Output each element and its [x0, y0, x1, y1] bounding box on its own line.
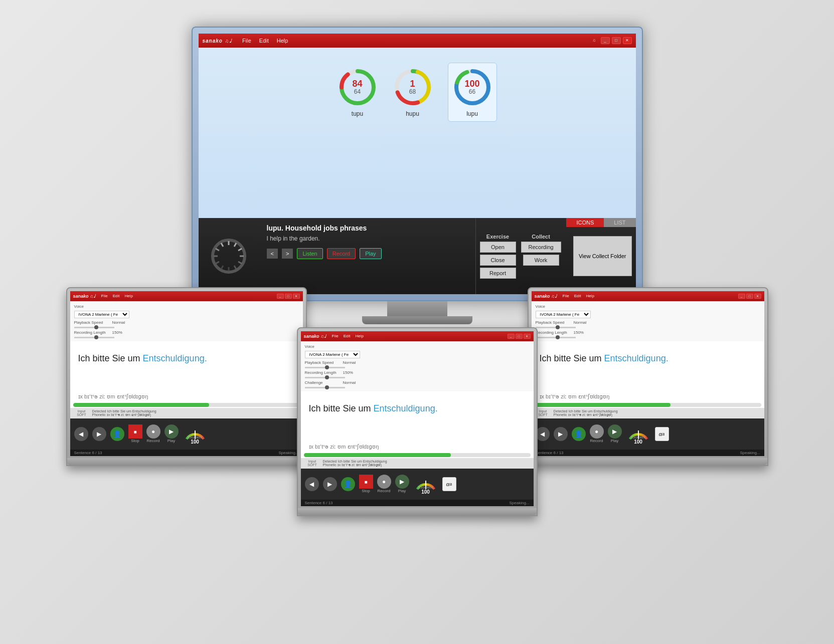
lt-center-speed-row: Playback Speed Normal — [305, 360, 530, 365]
lt-left-stop-button[interactable]: ■ — [128, 424, 142, 439]
lt-center-detected-row: Input SOFT Detected Ich bitte Sie um Ent… — [301, 458, 534, 469]
lt-center-rec-slider[interactable] — [305, 377, 345, 378]
lt-center-main-text: Ich bitte Sie um Entschuldigung. — [301, 391, 534, 442]
tab-list[interactable]: LIST — [604, 218, 635, 227]
prev-button[interactable]: < — [267, 249, 278, 259]
lt-left-rec-row: Recording Length 150% — [74, 330, 299, 335]
lt-left-menu-help[interactable]: Help — [124, 294, 132, 298]
laptop-right: sanako ♫♩ File Edit Help _ □ ✕ Voice — [528, 287, 768, 466]
lt-center-record-button[interactable]: ● — [377, 475, 391, 489]
lt-center-speed-label: Playback Speed — [305, 360, 340, 365]
next-button[interactable]: > — [282, 249, 293, 259]
lt-right-progress — [535, 403, 761, 407]
lt-center-challenge-row: Challenge Normal — [305, 380, 530, 385]
lt-right-close[interactable]: ✕ — [754, 294, 761, 299]
record-button[interactable]: Record — [327, 248, 356, 259]
lt-left-prev-button[interactable]: ◀ — [74, 427, 88, 441]
lt-right-speed-value: Normal — [574, 320, 587, 325]
lt-right-maximize[interactable]: □ — [746, 294, 753, 299]
recording-button[interactable]: Recording — [521, 242, 561, 253]
view-collect-folder-button[interactable]: View Collect Folder — [573, 236, 632, 276]
lt-center-challenge-slider[interactable] — [305, 387, 345, 388]
lt-right-phonetic-text: ɪx bɪˈtˢə ziː ʊm ɛntˢʃʊldɪɡʊŋ — [540, 393, 610, 400]
lt-right-record-button[interactable]: ● — [590, 424, 604, 439]
lt-center-person-button[interactable]: 👤 — [341, 477, 355, 491]
score-label-hupu: hupu — [406, 110, 419, 117]
lt-right-next-button[interactable]: ▶ — [554, 427, 568, 441]
lt-right-sentence: Sentence 6 / 13 — [536, 451, 564, 455]
score-top-lupu: 100 — [464, 79, 479, 89]
lt-center-dict-icon[interactable]: αa — [442, 477, 456, 491]
laptop-center-screen: sanako ♫♩ File Edit Help _ □ ✕ Voice — [301, 331, 534, 506]
lt-right-soft-label: SOFT — [538, 413, 548, 416]
close-button[interactable]: ✕ — [623, 37, 632, 44]
lt-right-person-button[interactable]: 👤 — [572, 427, 586, 441]
lt-center-menu-help[interactable]: Help — [355, 334, 363, 338]
lt-center-record-col: ● Record — [377, 475, 391, 493]
play-button[interactable]: Play — [360, 248, 381, 259]
lt-left-maximize[interactable]: □ — [285, 294, 292, 299]
lt-right-speed-slider[interactable] — [536, 327, 576, 328]
lt-right-controls: _ □ ✕ — [738, 294, 761, 299]
lt-center-next-button[interactable]: ▶ — [323, 477, 337, 491]
lt-center-speed-slider[interactable] — [305, 367, 345, 368]
report-button[interactable]: Report — [480, 268, 516, 279]
lt-left-main-text: Ich bitte Sie um Entschuldigung. — [70, 341, 303, 391]
lt-right-play-button[interactable]: ▶ — [608, 424, 622, 439]
lt-center-menu-edit[interactable]: Edit — [344, 334, 351, 338]
tab-icons[interactable]: ICONS — [566, 218, 604, 227]
work-button[interactable]: Work — [523, 255, 559, 266]
lt-left-person-button[interactable]: 👤 — [110, 427, 124, 441]
menu-help[interactable]: Help — [277, 38, 288, 44]
lt-center-menu: File Edit Help — [332, 334, 364, 338]
minimize-button[interactable]: _ — [601, 37, 610, 44]
lt-center-minimize[interactable]: _ — [508, 334, 515, 339]
lt-left-close[interactable]: ✕ — [293, 294, 300, 299]
lt-left-phonetic-label: Phonetic ɪx bɪˈtˢə ziː ʊm ɛntˢʃʊldɪɡʊŋ — [92, 413, 156, 417]
lt-left-rec-slider[interactable] — [74, 337, 114, 338]
lt-right-dict-icon[interactable]: αa — [655, 427, 669, 441]
lt-left-detected-label: Detected Ich bitte Sie um Entschuldigung — [92, 409, 156, 413]
lt-left-voice-row: Voice — [74, 304, 299, 309]
listen-button[interactable]: Listen — [297, 248, 322, 259]
collect-column: Collect Recording Work — [521, 234, 561, 279]
lt-right-menu-edit[interactable]: Edit — [574, 294, 581, 298]
lt-left-rec-value: 150% — [112, 330, 122, 335]
lt-left-record-button[interactable]: ● — [146, 424, 160, 439]
lt-center-menu-file[interactable]: File — [332, 334, 339, 338]
maximize-button[interactable]: □ — [612, 37, 621, 44]
lt-left-voice-select[interactable]: IVONA 2 Marlene ( Fe — [74, 311, 129, 318]
lt-right-text-normal: Ich bitte Sie um — [540, 353, 604, 363]
lt-left-menu-edit[interactable]: Edit — [113, 294, 120, 298]
lt-right-menu-file[interactable]: File — [563, 294, 569, 298]
lt-right-voice-select[interactable]: IVONA 2 Marlene ( Fe — [536, 311, 591, 318]
lt-center-detected-value: Ich bitte Sie um Entschuldigung — [338, 460, 387, 463]
lt-left-settings: Voice IVONA 2 Marlene ( Fe Playback Spee… — [70, 301, 303, 341]
lt-left-detected-value: Ich bitte Sie um Entschuldigung — [107, 409, 156, 413]
main-menu[interactable]: File Edit Help — [242, 38, 288, 44]
close-button-panel[interactable]: Close — [480, 255, 516, 266]
lt-center-prev-button[interactable]: ◀ — [305, 477, 319, 491]
lt-left-speed-slider[interactable] — [74, 327, 114, 328]
lt-center-stop-button[interactable]: ■ — [359, 475, 373, 489]
menu-edit[interactable]: Edit — [259, 38, 269, 44]
open-button[interactable]: Open — [480, 242, 516, 253]
lt-right-detected-label: Detected Ich bitte Sie um Entschuldigung — [554, 409, 618, 413]
lt-right-menu-help[interactable]: Help — [586, 294, 594, 298]
lt-right-prev-button[interactable]: ◀ — [536, 427, 550, 441]
lt-right-gauge-text: Excellent 100 — [631, 436, 645, 445]
lt-left-next-button[interactable]: ▶ — [92, 427, 106, 441]
lt-center-maximize[interactable]: □ — [516, 334, 523, 339]
lt-center-close[interactable]: ✕ — [524, 334, 531, 339]
lt-right-minimize[interactable]: _ — [738, 294, 745, 299]
lt-right-rec-slider[interactable] — [536, 337, 576, 338]
lt-left-minimize[interactable]: _ — [277, 294, 284, 299]
circle-lupu: 100 66 — [452, 67, 492, 107]
lt-center-voice-select[interactable]: IVONA 2 Marlene ( Fe — [305, 351, 360, 358]
lt-left-progress — [73, 403, 300, 407]
lt-center-play-button[interactable]: ▶ — [395, 475, 409, 489]
lt-right-input-label: Input — [539, 409, 547, 413]
lt-left-menu-file[interactable]: File — [101, 294, 108, 298]
lt-left-play-button[interactable]: ▶ — [164, 424, 179, 439]
menu-file[interactable]: File — [242, 38, 251, 44]
